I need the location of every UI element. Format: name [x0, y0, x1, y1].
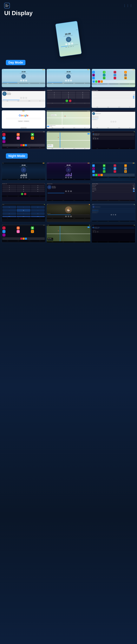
music-list-item[interactable]: 华夏_传统_古典_01.mp3: [92, 116, 134, 117]
np-play[interactable]: ▶: [95, 138, 96, 140]
dial-star[interactable]: *: [47, 97, 61, 98]
app-icon-night[interactable]: 🔊: [124, 167, 127, 170]
app-icon[interactable]: 🗺: [103, 71, 106, 74]
play-bt[interactable]: ⏸: [23, 97, 24, 99]
night-go-btn[interactable]: GO: [88, 226, 90, 228]
night-dial-5[interactable]: 5: [17, 187, 30, 188]
night-next-video[interactable]: ⏭: [70, 216, 72, 217]
podcast-app[interactable]: 🎙: [17, 136, 20, 140]
night-dial-2[interactable]: 2: [17, 185, 30, 186]
night-end-btn[interactable]: 📵: [24, 193, 26, 195]
night-play-video[interactable]: ⏸: [68, 216, 70, 217]
toggle-auto-connect[interactable]: [133, 96, 134, 97]
dock-app[interactable]: [98, 80, 100, 83]
night-play-local[interactable]: ⏸: [112, 214, 114, 216]
dial-4[interactable]: 4: [47, 94, 61, 95]
nav-up-right[interactable]: ↗: [31, 206, 45, 208]
night-list-item[interactable]: 华夏_至尊_经典.mp3: [92, 212, 134, 213]
dial-9[interactable]: 9: [76, 95, 90, 97]
night-dial-4[interactable]: 4: [2, 187, 16, 188]
more-app[interactable]: ⋯: [2, 140, 6, 143]
app-icon[interactable]: BT: [103, 74, 106, 76]
video-thumbnail[interactable]: 🍜 Bowl of food: [47, 205, 90, 214]
next-bt[interactable]: ⏭: [25, 97, 27, 99]
night-spotify-app[interactable]: 🎧: [31, 230, 34, 233]
nav-right[interactable]: →: [31, 209, 45, 212]
prev-local[interactable]: ⏮: [110, 121, 112, 122]
app-icon[interactable]: 📷: [114, 71, 116, 74]
night-map-view[interactable]: 📍 Sunny Coffee Modern Restaurant 18:18 E…: [47, 226, 90, 241]
night-np-prev[interactable]: ⏮: [93, 231, 94, 232]
google-lucky-btn[interactable]: I'm Feeling Lucky: [24, 120, 29, 122]
app-icon-night[interactable]: 🎵: [114, 170, 116, 173]
prev-bt[interactable]: ⏮: [20, 97, 22, 99]
nav-up-left[interactable]: ↖: [2, 206, 16, 208]
app-icon[interactable]: 📺: [124, 77, 127, 79]
nav-down-right[interactable]: ↘: [31, 212, 45, 215]
prev-button-2[interactable]: ⏮: [65, 80, 67, 82]
night-np-play[interactable]: ▶: [95, 231, 96, 232]
app-icon[interactable]: 🎵: [114, 77, 116, 79]
night-dial-7[interactable]: 7: [2, 189, 16, 190]
night-play-1[interactable]: ⏸: [23, 176, 24, 178]
dial-7[interactable]: 7: [47, 95, 61, 97]
app-icon-night[interactable]: 📻: [114, 167, 116, 170]
night-music-app[interactable]: 🎵: [2, 230, 6, 233]
dial-6[interactable]: 6: [76, 94, 90, 95]
google-search-bar[interactable]: [6, 118, 41, 119]
night-list-item[interactable]: 华夏_传统_古典_03.mp3: [92, 211, 134, 212]
dock-app[interactable]: [95, 80, 98, 83]
play-local[interactable]: ⏸: [112, 121, 114, 122]
night-dial-8[interactable]: 8: [17, 189, 30, 190]
dial-2[interactable]: 2: [62, 92, 76, 93]
prev-button[interactable]: ⏮: [20, 80, 22, 82]
dial-1[interactable]: 1: [47, 92, 61, 93]
next-local[interactable]: ⏭: [115, 121, 116, 122]
hamburger-icon[interactable]: [4, 3, 10, 8]
app-icon-night[interactable]: BT: [103, 167, 106, 170]
app-icon[interactable]: 🌐: [92, 77, 95, 79]
dial-hash[interactable]: #: [76, 97, 90, 98]
night-dial-6[interactable]: 6: [31, 187, 45, 188]
night-dock-app[interactable]: [92, 174, 95, 176]
night-dock-phone[interactable]: [20, 238, 22, 240]
night-prev-bt[interactable]: ⏮: [65, 190, 67, 192]
play-button-2[interactable]: ⏸: [68, 80, 70, 82]
google-search-btn[interactable]: Google Search: [18, 120, 23, 122]
app-icon-night[interactable]: 📺: [124, 170, 127, 173]
next-btn[interactable]: ⏭: [71, 42, 74, 45]
phone-app[interactable]: 📞: [2, 133, 6, 136]
night-toggle-auto-answer[interactable]: [133, 188, 134, 189]
app-icon[interactable]: ⚙: [124, 71, 127, 74]
dock-music[interactable]: [25, 144, 27, 146]
dots-menu-icon[interactable]: ⋮⋮⋮: [123, 4, 133, 7]
night-dock-app[interactable]: [98, 174, 100, 176]
dial-0[interactable]: 0: [62, 97, 76, 98]
night-play-bt[interactable]: ⏸: [68, 190, 70, 192]
nav-down[interactable]: ↓: [17, 212, 30, 215]
night-toggle-auto-connect[interactable]: [133, 190, 134, 190]
map-view[interactable]: 📍 Sunny CoffeeModern Restaurant: [47, 112, 90, 125]
night-podcast-app[interactable]: 🎙: [17, 230, 20, 233]
night-next-2[interactable]: ⏭: [70, 176, 72, 178]
dial-8[interactable]: 8: [62, 95, 76, 97]
dial-3[interactable]: 3: [76, 92, 90, 93]
app-icon[interactable]: 📞: [103, 77, 106, 79]
music-list-item[interactable]: 华夏_传统_古典_02.mp3: [92, 117, 134, 118]
app-icon-night[interactable]: 🌐: [92, 170, 95, 173]
music-list-item-active[interactable]: 华夏_传统_古典_03.mp3: [92, 118, 134, 119]
night-next-bt[interactable]: ⏭: [70, 190, 72, 192]
night-dock-music[interactable]: [25, 238, 27, 240]
night-dial-star[interactable]: *: [2, 190, 16, 192]
prev-btn[interactable]: ⏮: [65, 43, 68, 46]
night-phone-app[interactable]: 📞: [2, 226, 6, 230]
toggle-power[interactable]: [133, 98, 134, 98]
dock-spotify[interactable]: [23, 144, 24, 146]
nav-center[interactable]: ⊙: [17, 209, 30, 212]
night-toggle-power[interactable]: [133, 191, 134, 192]
night-next-1[interactable]: ⏭: [25, 176, 27, 178]
app-icon-night[interactable]: 📷: [114, 164, 116, 167]
dial-5[interactable]: 5: [62, 94, 76, 95]
night-prev-2[interactable]: ⏮: [65, 176, 67, 178]
night-dock-app[interactable]: [95, 174, 98, 176]
